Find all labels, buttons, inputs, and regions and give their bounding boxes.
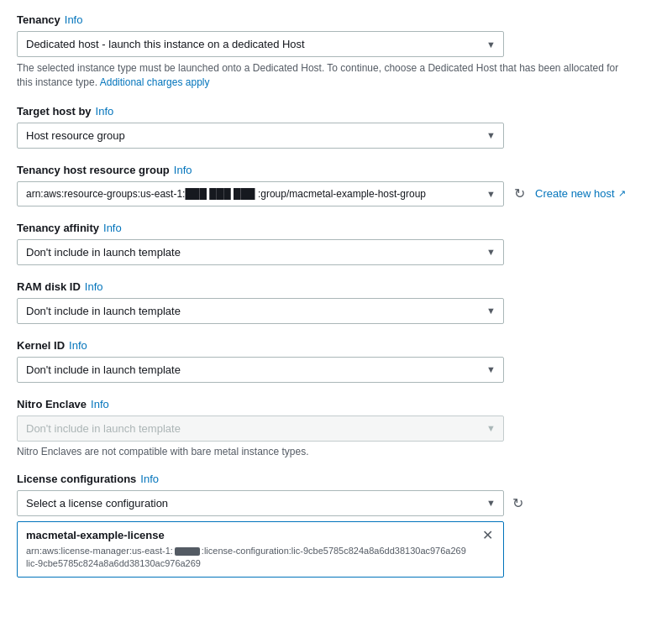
license-row: Select a license configuration ▼ ↻ <box>17 490 655 516</box>
target-host-select[interactable]: Host resource group <box>17 123 504 149</box>
tenancy-affinity-section: Tenancy affinity Info Don't include in l… <box>17 222 655 265</box>
nitro-enclave-label: Nitro Enclave <box>17 398 87 410</box>
nitro-enclave-select-wrapper: Don't include in launch template ▼ <box>17 416 504 442</box>
tenancy-host-resource-group-info-link[interactable]: Info <box>174 164 192 176</box>
kernel-id-label-row: Kernel ID Info <box>17 339 655 352</box>
nitro-enclave-label-row: Nitro Enclave Info <box>17 398 655 410</box>
tenancy-host-resource-group-label-row: Tenancy host resource group Info <box>17 164 655 176</box>
target-host-label: Target host by <box>17 105 92 118</box>
ram-disk-id-label-row: RAM disk ID Info <box>17 280 655 293</box>
license-configurations-info-link[interactable]: Info <box>140 473 159 485</box>
nitro-enclave-section: Nitro Enclave Info Don't include in laun… <box>17 398 655 457</box>
kernel-id-info-link[interactable]: Info <box>69 339 87 352</box>
tenancy-info-link[interactable]: Info <box>65 13 83 26</box>
license-tag-name: macmetal-example-license <box>26 529 165 541</box>
arn-row: arn:aws:resource-groups:us-east-1:███ ██… <box>17 181 655 206</box>
target-host-section: Target host by Info Host resource group … <box>17 105 655 149</box>
license-configurations-label: License configurations <box>17 473 136 485</box>
external-link-icon: ↗ <box>618 188 626 199</box>
tenancy-description: The selected instance type must be launc… <box>17 61 622 90</box>
kernel-id-label: Kernel ID <box>17 339 65 352</box>
tenancy-select-wrapper: Dedicated host - launch this instance on… <box>17 31 504 57</box>
tenancy-section: Tenancy Info Dedicated host - launch thi… <box>17 13 655 90</box>
nitro-enclave-note: Nitro Enclaves are not compatible with b… <box>17 446 655 457</box>
ram-disk-id-select[interactable]: Don't include in launch template <box>17 298 504 324</box>
license-tag-close-button[interactable]: ✕ <box>480 529 495 542</box>
license-refresh-button[interactable]: ↻ <box>511 494 525 513</box>
tenancy-host-resource-group-label: Tenancy host resource group <box>17 164 170 176</box>
additional-charges-link[interactable]: Additional charges apply <box>100 76 210 88</box>
target-host-label-row: Target host by Info <box>17 105 655 118</box>
license-tag-arn: arn:aws:license-manager:us-east-1::licen… <box>26 545 495 571</box>
license-configurations-section: License configurations Info Select a lic… <box>17 473 655 578</box>
tenancy-select[interactable]: Dedicated host - launch this instance on… <box>17 31 504 57</box>
kernel-id-section: Kernel ID Info Don't include in launch t… <box>17 339 655 383</box>
ram-disk-id-section: RAM disk ID Info Don't include in launch… <box>17 280 655 324</box>
target-host-info-link[interactable]: Info <box>96 105 114 118</box>
masked-account-id <box>175 547 200 556</box>
target-host-select-wrapper: Host resource group ▼ <box>17 123 504 149</box>
ram-disk-id-label: RAM disk ID <box>17 280 81 293</box>
kernel-id-select[interactable]: Don't include in launch template <box>17 357 504 383</box>
tenancy-affinity-info-link[interactable]: Info <box>103 222 122 234</box>
tenancy-host-resource-group-section: Tenancy host resource group Info arn:aws… <box>17 164 655 206</box>
license-select-wrapper: Select a license configuration ▼ <box>17 490 504 516</box>
arn-select[interactable]: arn:aws:resource-groups:us-east-1:███ ██… <box>17 181 504 206</box>
license-tag-header: macmetal-example-license ✕ <box>26 529 495 542</box>
tenancy-affinity-select[interactable]: Don't include in launch template <box>17 239 504 265</box>
license-configurations-label-row: License configurations Info <box>17 473 655 485</box>
arn-select-wrapper: arn:aws:resource-groups:us-east-1:███ ██… <box>17 181 504 206</box>
nitro-enclave-info-link[interactable]: Info <box>91 398 109 410</box>
arn-refresh-button[interactable]: ↻ <box>512 184 527 203</box>
tenancy-affinity-label-row: Tenancy affinity Info <box>17 222 655 234</box>
tenancy-label-row: Tenancy Info <box>17 13 655 26</box>
kernel-id-select-wrapper: Don't include in launch template ▼ <box>17 357 504 383</box>
ram-disk-id-select-wrapper: Don't include in launch template ▼ <box>17 298 504 324</box>
create-new-host-label: Create new host <box>535 187 615 200</box>
tenancy-affinity-select-wrapper: Don't include in launch template ▼ <box>17 239 504 265</box>
nitro-enclave-select[interactable]: Don't include in launch template <box>17 416 504 442</box>
tenancy-affinity-label: Tenancy affinity <box>17 222 99 234</box>
license-select[interactable]: Select a license configuration <box>17 490 504 516</box>
license-tag: macmetal-example-license ✕ arn:aws:licen… <box>17 521 504 578</box>
ram-disk-id-info-link[interactable]: Info <box>85 280 103 293</box>
create-new-host-button[interactable]: Create new host ↗ <box>535 187 626 200</box>
tenancy-label: Tenancy <box>17 13 60 26</box>
